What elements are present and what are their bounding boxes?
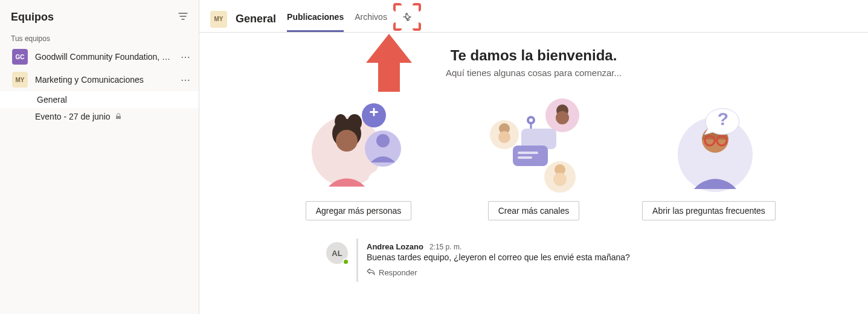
team-name: Goodwill Community Foundation, Inc.: [35, 52, 171, 62]
reply-icon: [367, 268, 375, 277]
message-avatar[interactable]: AL: [326, 242, 348, 264]
svg-rect-23: [518, 156, 532, 159]
content: Te damos la bienvenida. Aquí tienes algu…: [199, 33, 868, 314]
main: MY General Publicaciones Archivos: [199, 0, 868, 314]
add-people-button[interactable]: Agregar más personas: [306, 201, 412, 220]
svg-point-3: [347, 114, 362, 131]
channel-row[interactable]: Evento - 27 de junio: [0, 108, 199, 125]
channel-name: Evento - 27 de junio: [35, 112, 111, 121]
tab-files[interactable]: Archivos: [355, 10, 387, 32]
welcome-card-people: Agregar más personas: [289, 91, 428, 220]
team-avatar: GC: [12, 49, 28, 65]
more-icon[interactable]: ⋯: [178, 74, 193, 86]
channel-header: MY General Publicaciones Archivos: [199, 0, 868, 33]
reply-button[interactable]: Responder: [367, 268, 837, 277]
illustration-channels-icon: [483, 91, 585, 194]
svg-rect-22: [518, 152, 538, 154]
svg-point-2: [335, 114, 347, 129]
svg-point-10: [368, 171, 390, 193]
sidebar-title: Equipos: [11, 11, 54, 24]
svg-rect-9: [373, 108, 375, 117]
welcome-card-faq: ? Abrir las preguntas frecuentes: [640, 91, 779, 220]
channel-title: General: [236, 13, 276, 25]
message-bubble: Andrea Lozano 2:15 p. m. Buenas tardes e…: [356, 239, 844, 282]
team-row[interactable]: MY Marketing y Comunicaciones ⋯: [0, 68, 199, 91]
sidebar: Equipos Tus equipos GC Goodwill Communit…: [0, 0, 199, 314]
welcome-section: Te damos la bienvenida. Aquí tienes algu…: [232, 47, 836, 220]
svg-point-25: [529, 118, 533, 122]
add-tab-button[interactable]: [398, 8, 416, 26]
presence-icon: [342, 258, 349, 265]
tab-posts[interactable]: Publicaciones: [287, 10, 344, 32]
avatar-initials: AL: [332, 249, 342, 258]
welcome-subtitle: Aquí tienes algunas cosas para comenzar.…: [232, 68, 836, 78]
open-faq-button[interactable]: Abrir las preguntas frecuentes: [642, 201, 776, 220]
welcome-cards: Agregar más personas: [232, 91, 836, 220]
add-tab-wrapper: [398, 8, 416, 32]
svg-rect-26: [530, 123, 532, 129]
filter-icon[interactable]: [178, 11, 188, 23]
lock-icon: [115, 113, 121, 121]
team-avatar: MY: [12, 72, 28, 88]
tabs: Publicaciones Archivos: [287, 6, 416, 32]
svg-text:?: ?: [717, 109, 728, 129]
message-time: 2:15 p. m.: [429, 243, 461, 251]
svg-point-13: [556, 111, 569, 124]
welcome-title: Te damos la bienvenida.: [232, 47, 836, 64]
channel-avatar: MY: [210, 11, 227, 28]
channel-row[interactable]: General: [0, 91, 199, 108]
reply-label: Responder: [379, 268, 417, 277]
message-header: Andrea Lozano 2:15 p. m.: [367, 242, 837, 251]
channel-name: General: [37, 95, 67, 104]
svg-point-6: [376, 134, 390, 147]
illustration-people-icon: [307, 91, 410, 194]
message-author: Andrea Lozano: [367, 242, 423, 251]
welcome-card-channels: Crear más canales: [465, 91, 603, 220]
message-text: Buenas tardes equipo, ¿leyeron el correo…: [367, 252, 837, 262]
svg-point-16: [498, 131, 510, 143]
sidebar-section-label: Tus equipos: [0, 31, 199, 45]
team-row[interactable]: GC Goodwill Community Foundation, Inc. ⋯: [0, 45, 199, 68]
more-icon[interactable]: ⋯: [178, 51, 193, 63]
svg-point-19: [553, 173, 567, 186]
sidebar-header: Equipos: [0, 0, 199, 31]
cursor-icon: [403, 13, 413, 28]
illustration-faq-icon: ?: [658, 91, 760, 194]
message-row: AL Andrea Lozano 2:15 p. m. Buenas tarde…: [326, 239, 844, 282]
team-name: Marketing y Comunicaciones: [35, 75, 171, 85]
svg-point-4: [336, 130, 358, 152]
svg-rect-21: [513, 146, 548, 166]
create-channels-button[interactable]: Crear más canales: [488, 201, 580, 220]
